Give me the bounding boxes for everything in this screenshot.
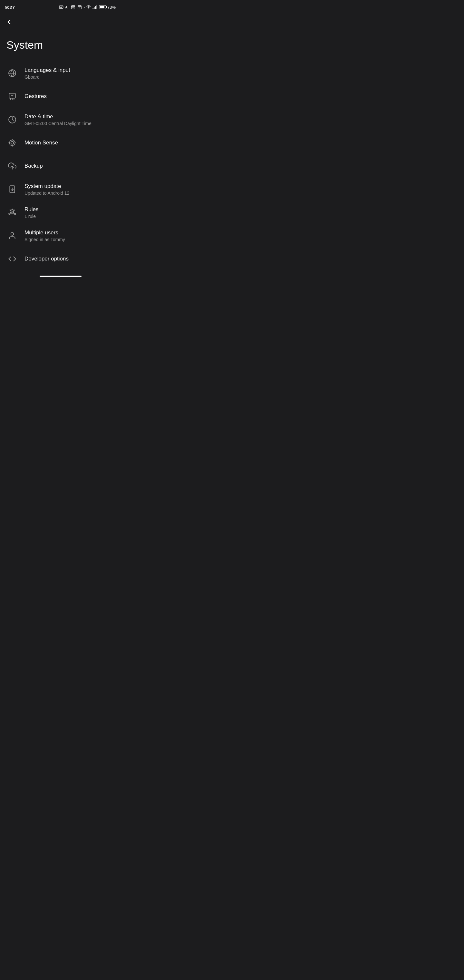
settings-list: Languages & input Gboard Gestures <box>0 62 121 270</box>
svg-rect-14 <box>94 7 94 9</box>
svg-text:31: 31 <box>79 7 81 9</box>
globe-icon <box>6 67 18 79</box>
page-title: System <box>0 31 121 62</box>
multiple-users-subtitle: Signed in as Tommy <box>24 237 65 242</box>
datetime-text: Date & time GMT-05:00 Central Daylight T… <box>24 113 92 126</box>
gestures-text: Gestures <box>24 93 47 100</box>
list-item[interactable]: Multiple users Signed in as Tommy <box>0 224 121 247</box>
font-icon: A <box>65 5 69 10</box>
calendar-icon-2: 31 <box>77 5 82 10</box>
developer-options-text: Developer options <box>24 255 68 262</box>
svg-rect-13 <box>93 8 94 9</box>
backup-text: Backup <box>24 162 43 170</box>
status-bar: 9:27 A 31 31 • <box>0 0 121 13</box>
status-icons: A 31 31 • 73% <box>59 5 116 10</box>
list-item[interactable]: Developer options <box>0 247 121 270</box>
backup-title: Backup <box>24 162 43 170</box>
svg-rect-15 <box>95 6 96 9</box>
backup-icon <box>6 160 18 172</box>
system-update-icon <box>6 183 18 195</box>
motion-sense-title: Motion Sense <box>24 139 58 146</box>
calendar-icon-1: 31 <box>71 5 76 10</box>
datetime-title: Date & time <box>24 113 92 120</box>
languages-subtitle: Gboard <box>24 75 70 80</box>
home-indicator <box>0 270 121 280</box>
system-update-subtitle: Updated to Android 12 <box>24 191 69 196</box>
list-item[interactable]: Languages & input Gboard <box>0 62 121 85</box>
battery-percent: 73% <box>107 5 116 10</box>
rules-icon <box>6 207 18 218</box>
battery-icon <box>99 5 106 9</box>
back-button[interactable] <box>1 14 17 30</box>
wifi-icon <box>86 5 91 10</box>
datetime-subtitle: GMT-05:00 Central Daylight Time <box>24 121 92 126</box>
signal-icon <box>92 5 97 10</box>
home-bar <box>40 275 81 277</box>
toolbar <box>0 13 121 31</box>
list-item[interactable]: Rules 1 rule <box>0 201 121 224</box>
rules-text: Rules 1 rule <box>24 206 38 219</box>
multiple-users-title: Multiple users <box>24 229 65 236</box>
system-update-title: System update <box>24 183 69 190</box>
input-method-icon <box>59 5 64 10</box>
languages-title: Languages & input <box>24 67 70 74</box>
svg-rect-16 <box>96 5 97 9</box>
rules-subtitle: 1 rule <box>24 214 38 219</box>
clock-icon <box>6 114 18 126</box>
svg-text:31: 31 <box>73 7 75 9</box>
svg-rect-0 <box>60 6 64 8</box>
list-item[interactable]: Backup <box>0 154 121 178</box>
motion-sense-icon <box>6 137 18 149</box>
svg-point-22 <box>10 140 15 146</box>
status-time: 9:27 <box>5 5 15 10</box>
motion-sense-text: Motion Sense <box>24 139 58 146</box>
rules-title: Rules <box>24 206 38 213</box>
dot-icon: • <box>83 5 85 9</box>
developer-options-title: Developer options <box>24 255 68 262</box>
list-item[interactable]: Motion Sense <box>0 131 121 154</box>
system-update-text: System update Updated to Android 12 <box>24 183 69 196</box>
languages-text: Languages & input Gboard <box>24 67 70 80</box>
list-item[interactable]: System update Updated to Android 12 <box>0 178 121 201</box>
back-arrow-icon <box>5 18 13 26</box>
list-item[interactable]: Date & time GMT-05:00 Central Daylight T… <box>0 108 121 131</box>
gestures-icon <box>6 91 18 102</box>
users-icon <box>6 230 18 242</box>
multiple-users-text: Multiple users Signed in as Tommy <box>24 229 65 242</box>
svg-point-21 <box>11 142 14 145</box>
gestures-title: Gestures <box>24 93 47 100</box>
svg-text:A: A <box>65 5 68 9</box>
developer-icon <box>6 253 18 265</box>
list-item[interactable]: Gestures <box>0 85 121 108</box>
svg-point-30 <box>11 233 14 235</box>
